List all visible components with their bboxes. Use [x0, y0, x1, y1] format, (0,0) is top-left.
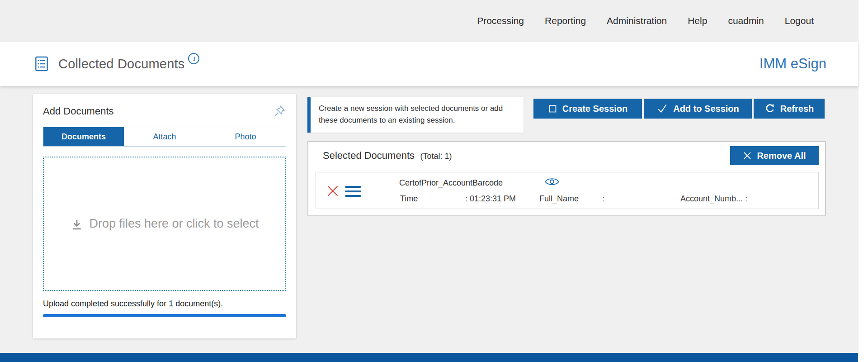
drag-handle-icon[interactable] [345, 186, 361, 200]
field-account-label: Account_Numb... : [680, 194, 747, 204]
scrollbar[interactable] [858, 0, 868, 362]
add-to-session-button[interactable]: Add to Session [644, 99, 752, 119]
square-icon [548, 104, 557, 114]
selected-documents-title-wrap: Selected Documents (Total: 1) [323, 150, 452, 162]
add-documents-panel: Add Documents Documents Attach Photo [33, 94, 296, 338]
page-title: Collected Documents [58, 57, 184, 71]
app-header: Collected Documents i IMM eSign [0, 42, 858, 86]
eye-icon[interactable] [544, 176, 560, 187]
remove-all-button[interactable]: Remove All [730, 146, 819, 165]
info-icon[interactable]: i [188, 53, 199, 64]
check-icon [656, 103, 668, 114]
session-info-text: Create a new session with selected docum… [319, 103, 515, 127]
refresh-button[interactable]: Refresh [754, 99, 825, 119]
document-row: CertofPrior_AccountBarcode Time : 01:23:… [316, 172, 819, 209]
add-to-session-label: Add to Session [673, 104, 739, 114]
nav-item-logout[interactable]: Logout [785, 15, 814, 26]
upload-status-text: Upload completed successfully for 1 docu… [43, 299, 286, 309]
selected-documents-title: Selected Documents [323, 150, 415, 161]
tab-documents[interactable]: Documents [43, 127, 124, 146]
pin-icon[interactable] [273, 105, 286, 118]
selected-documents-header: Selected Documents (Total: 1) Remove All [323, 146, 819, 165]
session-action-buttons: Create Session Add to Session Refresh [533, 99, 825, 119]
session-info-box: Create a new session with selected docum… [307, 97, 524, 133]
nav-item-reporting[interactable]: Reporting [545, 15, 586, 26]
download-icon [70, 218, 84, 232]
nav-item-help[interactable]: Help [688, 15, 707, 26]
top-nav: Processing Reporting Administration Help… [0, 0, 858, 42]
nav-item-cuadmin[interactable]: cuadmin [728, 15, 764, 26]
create-session-button[interactable]: Create Session [533, 99, 642, 119]
dropzone-label: Drop files here or click to select [89, 217, 259, 231]
add-documents-title: Add Documents [43, 105, 114, 117]
tab-attach[interactable]: Attach [124, 127, 205, 146]
nav-item-processing[interactable]: Processing [477, 15, 524, 26]
field-time-label: Time [400, 194, 418, 204]
x-icon [743, 151, 752, 160]
add-documents-header: Add Documents [43, 103, 286, 119]
footer-bar [0, 353, 858, 362]
upload-progress-bar [43, 314, 286, 317]
tab-photo[interactable]: Photo [205, 127, 286, 146]
brand-logo: IMM eSign [760, 56, 826, 72]
selected-documents-panel: Selected Documents (Total: 1) Remove All [307, 141, 826, 216]
refresh-label: Refresh [780, 104, 814, 114]
nav-item-administration[interactable]: Administration [607, 15, 667, 26]
file-dropzone[interactable]: Drop files here or click to select [43, 157, 286, 291]
remove-all-label: Remove All [757, 151, 806, 161]
refresh-icon [764, 103, 775, 114]
create-session-label: Create Session [562, 104, 628, 114]
delete-document-icon[interactable] [326, 184, 340, 198]
selected-documents-total: (Total: 1) [420, 152, 452, 161]
field-fullname-label: Full_Name [539, 194, 579, 204]
document-list-icon [33, 55, 50, 72]
add-documents-tabs: Documents Attach Photo [43, 127, 286, 147]
main-content: Add Documents Documents Attach Photo [0, 86, 858, 362]
document-name: CertofPrior_AccountBarcode [399, 178, 503, 188]
field-time-value: : 01:23:31 PM [465, 194, 516, 204]
field-fullname-value: : [603, 194, 605, 204]
page: Processing Reporting Administration Help… [0, 0, 858, 362]
